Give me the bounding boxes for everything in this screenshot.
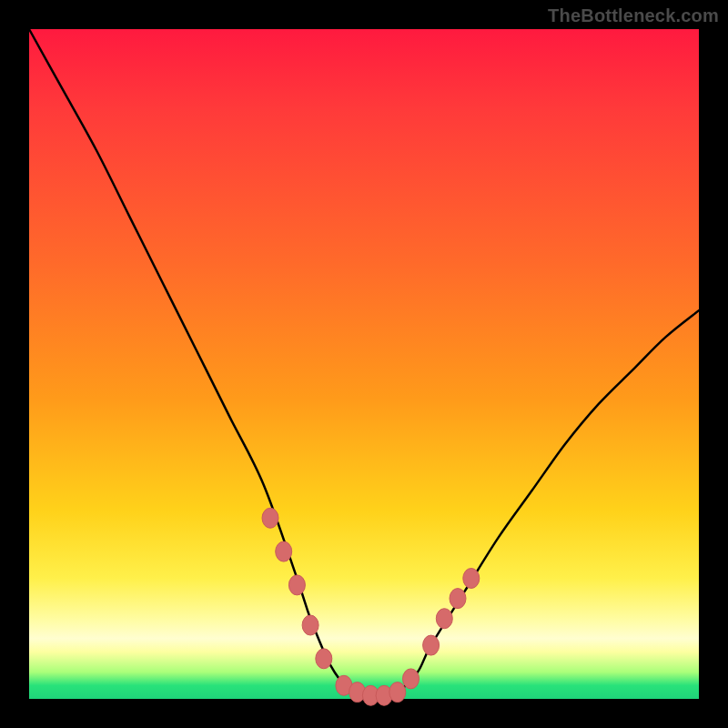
curve-marker — [403, 669, 420, 689]
chart-frame: TheBottleneck.com — [0, 0, 728, 728]
curve-marker — [276, 541, 292, 561]
curve-marker — [316, 649, 332, 669]
watermark-text: TheBottleneck.com — [548, 5, 719, 26]
curve-marker — [423, 635, 440, 655]
curve-marker — [302, 615, 318, 635]
curve-marker — [389, 682, 406, 703]
curve-marker — [288, 575, 305, 595]
plot-area — [29, 29, 699, 699]
curve-marker — [463, 569, 480, 589]
curve-markers — [262, 508, 480, 705]
curve-marker — [262, 508, 278, 528]
curve-marker — [436, 609, 452, 629]
bottleneck-curve — [29, 29, 699, 699]
curve-marker — [450, 589, 466, 609]
curve-line — [29, 29, 699, 700]
